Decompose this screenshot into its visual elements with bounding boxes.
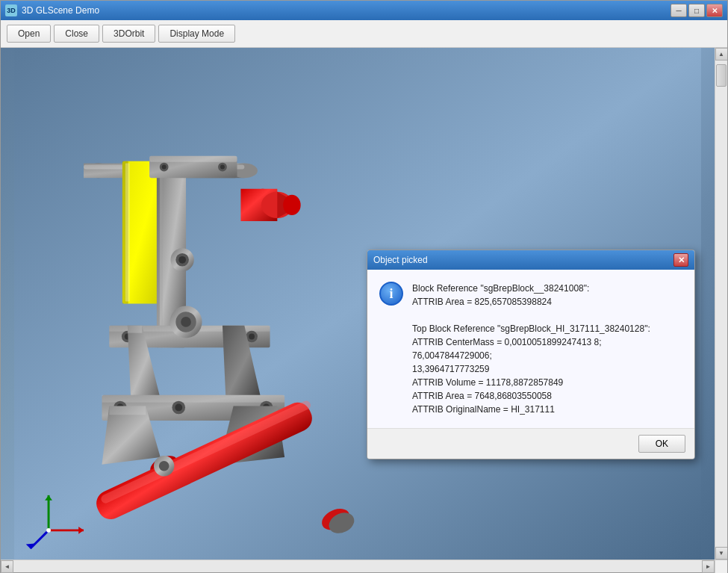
- dialog-footer: OK: [367, 429, 694, 459]
- viewport[interactable]: Object picked ✕ i Block Reference "sgBre…: [1, 48, 715, 560]
- minimize-button[interactable]: ─: [671, 4, 687, 17]
- svg-marker-43: [109, 406, 146, 415]
- toolbar: Open Close 3DOrbit Display Mode: [1, 20, 727, 48]
- main-area: Object picked ✕ i Block Reference "sgBre…: [1, 48, 727, 560]
- svg-point-41: [181, 317, 191, 327]
- open-button[interactable]: Open: [7, 25, 51, 43]
- scroll-up-button[interactable]: ▲: [715, 48, 728, 61]
- dialog-line6: 13,3964717773259: [412, 362, 682, 376]
- scrollbar-corner: [715, 560, 727, 573]
- main-window: 3D 3D GLScene Demo ─ □ ✕ Open Close 3DOr…: [0, 0, 728, 573]
- restore-button[interactable]: □: [688, 4, 705, 17]
- window-title: 3D GLScene Demo: [22, 5, 99, 16]
- horizontal-scrollbar: ◄ ►: [1, 560, 715, 572]
- scroll-track-horizontal[interactable]: [13, 560, 702, 572]
- svg-point-36: [175, 404, 182, 412]
- dialog-title: Object picked: [373, 255, 428, 265]
- svg-marker-29: [128, 326, 143, 333]
- dialog-line8: ATTRIB Area = 7648,86803550058: [412, 389, 682, 403]
- svg-rect-12: [125, 164, 130, 302]
- svg-rect-15: [160, 159, 163, 347]
- scroll-right-button[interactable]: ►: [702, 560, 715, 573]
- svg-point-9: [283, 195, 300, 215]
- window-close-button[interactable]: ✕: [706, 4, 723, 17]
- window-controls: ─ □ ✕: [671, 4, 723, 17]
- svg-rect-17: [149, 156, 237, 162]
- app-icon: 3D: [5, 4, 17, 16]
- dialog-ok-button[interactable]: OK: [638, 435, 685, 453]
- dialog-close-button[interactable]: ✕: [673, 253, 688, 267]
- 3dorbit-button[interactable]: 3DOrbit: [102, 25, 155, 43]
- vertical-scrollbar: ▲ ▼: [715, 48, 727, 560]
- title-bar: 3D 3D GLScene Demo ─ □ ✕: [1, 1, 727, 20]
- dialog-info-icon: i: [379, 282, 403, 306]
- svg-point-54: [178, 256, 186, 264]
- dialog-line4: Top Block Reference "sgBrepBlock_HI_3171…: [412, 322, 682, 335]
- svg-point-61: [46, 528, 51, 533]
- dialog-line9: ATTRIB OriginalName = HI_317111: [412, 403, 682, 416]
- dialog-line7: ATTRIB Volume = 11178,8872857849: [412, 376, 682, 389]
- bottom-area: ◄ ►: [1, 560, 727, 572]
- scroll-thumb-vertical[interactable]: [716, 64, 727, 87]
- title-bar-left: 3D 3D GLScene Demo: [5, 4, 99, 16]
- dialog-content: Block Reference "sgBrepBlock__38241008":…: [412, 282, 682, 416]
- svg-rect-32: [102, 395, 285, 403]
- scroll-track-vertical[interactable]: [715, 61, 727, 547]
- object-picked-dialog: Object picked ✕ i Block Reference "sgBre…: [367, 250, 695, 459]
- scroll-left-button[interactable]: ◄: [1, 560, 13, 573]
- close-button[interactable]: Close: [54, 25, 99, 43]
- displaymode-button[interactable]: Display Mode: [158, 25, 235, 43]
- dialog-line5: ATTRIB CenterMass = 0,0010051899247413 8…: [412, 335, 682, 362]
- dialog-line1: Block Reference "sgBrepBlock__38241008":: [412, 282, 682, 295]
- svg-point-19: [162, 165, 167, 170]
- svg-point-27: [249, 334, 255, 340]
- dialog-line2: ATTRIB Area = 825,657085398824: [412, 295, 682, 309]
- dialog-body: i Block Reference "sgBrepBlock__38241008…: [367, 270, 694, 429]
- dialog-title-bar: Object picked ✕: [367, 250, 694, 270]
- svg-point-51: [159, 461, 169, 471]
- scroll-down-button[interactable]: ▼: [715, 547, 728, 560]
- svg-point-21: [220, 165, 225, 170]
